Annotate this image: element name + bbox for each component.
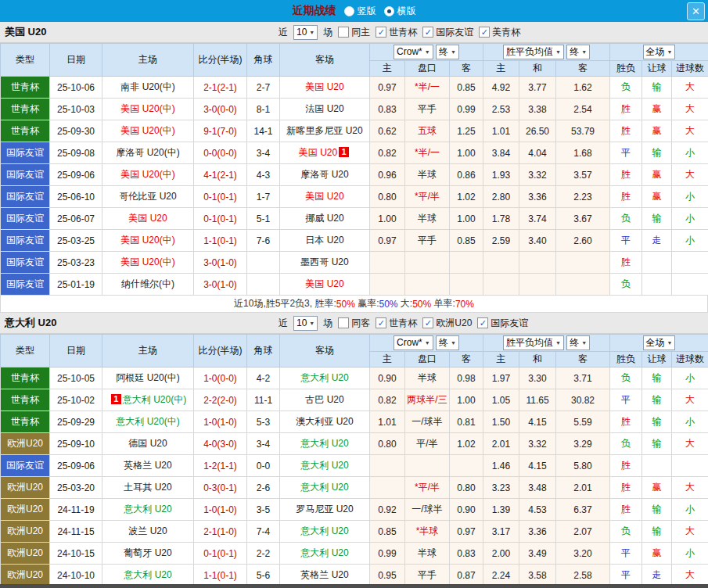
team-header-bar: 美国 U20 近 10▼ 场 ✓同主 ✓世青杯 ✓国际友谊 ✓美青杯 (0, 22, 708, 43)
radio-horizontal-layout[interactable]: 横版 (384, 5, 416, 18)
filter-checkbox-friendly[interactable]: ✓国际友谊 (422, 26, 473, 39)
odds-away (450, 455, 483, 477)
fulltime-select[interactable]: 全场▼ (643, 335, 676, 350)
score-halftime-text: 1-2(1-1) (203, 461, 237, 471)
odds-away: 0.80 (450, 477, 483, 499)
match-date: 25-09-30 (50, 120, 102, 142)
mean-group-header: 胜平负均值▼ 终▼ (483, 335, 610, 352)
dropdown-arrow-icon: ▼ (451, 49, 456, 55)
checkbox-box: ✓ (338, 317, 349, 328)
result-wdl-text: 平 (621, 394, 631, 405)
odds-source-select[interactable]: Crow*▼ (394, 335, 433, 350)
match-row: 欧洲U2024-11-19意大利 U201-0(1-0)3-5罗马尼亚 U200… (1, 499, 708, 521)
odds-final-select[interactable]: 终▼ (436, 335, 459, 350)
dropdown-arrow-icon: ▼ (309, 321, 314, 326)
mean-final-select[interactable]: 终▼ (566, 335, 590, 350)
odds-final-select[interactable]: 终▼ (436, 45, 459, 59)
odds-home: 0.99 (370, 543, 405, 565)
home-team: 美国 U20(中) (102, 230, 194, 252)
result-handicap-text: 输 (652, 372, 662, 383)
checkbox-label: 同主 (351, 26, 370, 39)
home-team-label: 意大利 U20(中) (116, 416, 179, 427)
corners-text: 1-7 (257, 192, 270, 203)
result-goals-text: 大 (685, 81, 695, 92)
result-goals: 大 (672, 120, 708, 142)
avg-home-win-text: 1.50 (492, 417, 510, 428)
avg-draw-text: 3.77 (528, 82, 546, 93)
avg-away-win: 5.59 (556, 411, 610, 433)
odds-away-text: 0.86 (457, 170, 475, 181)
score-halftime: 0-1(0-1) (194, 208, 247, 230)
near-label: 近 (279, 317, 288, 330)
corners-text: 3-5 (257, 504, 270, 515)
result-goals-text: 小 (685, 213, 695, 224)
avg-draw-text: 3.36 (528, 526, 546, 537)
match-date-text: 24-10-10 (57, 570, 95, 581)
odds-home: 0.90 (370, 368, 405, 389)
filter-checkbox-friendly[interactable]: ✓国际友谊 (477, 317, 528, 330)
avg-away-win-text: 2.23 (573, 192, 591, 203)
score-halftime-text: 2-1(2-1) (203, 82, 237, 93)
odds-away-text: 0.83 (457, 548, 475, 559)
mean-select[interactable]: 胜平负均值▼ (503, 335, 564, 350)
result-goals-text: 小 (685, 547, 695, 558)
away-team-label: 意大利 U20 (300, 372, 348, 383)
result-wdl-text: 负 (621, 525, 631, 536)
home-team-label: 纳什维尔(中) (121, 278, 174, 289)
handicap-text: 一/球半 (412, 416, 442, 427)
odds-away-text: 0.85 (457, 82, 475, 93)
result-handicap: 赢 (642, 164, 672, 186)
handicap-text: 平手 (418, 569, 437, 580)
corners: 3-4 (247, 142, 280, 164)
match-date: 24-11-19 (50, 499, 102, 521)
radio-vertical-label: 竖版 (358, 5, 376, 18)
avg-away-win-text: 2.07 (573, 526, 591, 537)
recent-count-select[interactable]: 10▼ (293, 25, 318, 40)
filter-checkbox-same-home[interactable]: ✓同主 (338, 26, 370, 39)
away-team: 日本 U20 (280, 230, 370, 252)
match-row: 国际友谊25-06-07美国 U200-1(0-1)5-1挪威 U201.00半… (1, 208, 708, 230)
handicap: 半球 (405, 208, 450, 230)
mean-final-select[interactable]: 终▼ (566, 45, 590, 59)
radio-vertical-layout[interactable]: 竖版 (344, 5, 376, 18)
result-handicap: 走 (642, 565, 672, 586)
corners-text: 3-4 (257, 148, 270, 159)
avg-draw: 26.50 (519, 120, 556, 142)
checkbox-box: ✓ (422, 317, 433, 328)
match-type-badge: 国际友谊 (1, 186, 50, 208)
recent-count-select[interactable]: 10▼ (293, 316, 318, 331)
home-team-label: 美国 U20(中) (120, 169, 174, 180)
filter-checkbox-concacaf[interactable]: ✓美青杯 (479, 26, 520, 39)
filter-checkbox-worldyouth[interactable]: ✓世青杯 (376, 317, 417, 330)
filter-checkbox-worldyouth[interactable]: ✓世青杯 (376, 26, 417, 39)
home-team: 德国 U20 (102, 433, 194, 455)
corners-text: 2-6 (257, 482, 270, 493)
avg-home-win-text: 1.93 (492, 170, 510, 181)
fulltime-select[interactable]: 全场▼ (643, 45, 676, 59)
result-goals-text: 小 (685, 416, 695, 427)
odds-away: 0.97 (450, 521, 483, 543)
avg-draw-text: 3.74 (528, 213, 546, 224)
check-icon: ✓ (480, 319, 487, 327)
handicap: *半/一 (405, 77, 450, 99)
odds-away (450, 274, 483, 296)
odds-home-text: 0.95 (378, 570, 396, 581)
odds-away-text: 1.02 (457, 439, 475, 450)
odds-home (370, 274, 405, 296)
result-wdl-text: 平 (621, 235, 631, 246)
odds-away: 1.00 (450, 208, 483, 230)
mean-select[interactable]: 胜平负均值▼ (503, 45, 564, 59)
odds-away: 1.00 (450, 142, 483, 164)
odds-source-select[interactable]: Crow*▼ (394, 45, 433, 59)
home-team-label: 意大利 U20 (124, 569, 171, 580)
away-team-label: 美国 U20 (305, 191, 343, 202)
result-wdl: 胜 (610, 120, 642, 142)
avg-away-win: 6.37 (556, 499, 610, 521)
filter-checkbox-same-away[interactable]: ✓同客 (338, 317, 370, 330)
result-wdl-text: 平 (621, 147, 631, 158)
avg-draw-text: 4.04 (528, 148, 546, 159)
close-button[interactable]: ✕ (687, 2, 705, 20)
avg-home-win (483, 252, 519, 274)
handicap-text: *平/半 (415, 191, 440, 202)
filter-checkbox-euro-u20[interactable]: ✓欧洲U20 (422, 317, 472, 330)
